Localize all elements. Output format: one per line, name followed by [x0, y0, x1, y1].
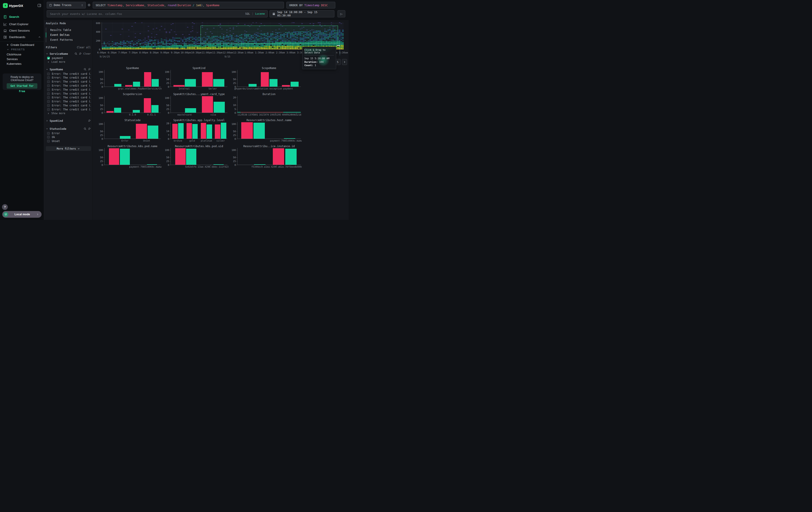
search-input[interactable]	[47, 12, 245, 16]
chart-scopename: ScopeName02550100@hyperdx/instrumentatio…	[228, 66, 302, 92]
sidebar-preset-kubernetes[interactable]: Kubernetes	[0, 62, 44, 65]
pin-icon[interactable]	[88, 127, 91, 130]
checkbox[interactable]	[47, 140, 50, 142]
local-mode-button[interactable]: U Local mode	[2, 211, 41, 218]
checkbox[interactable]	[47, 108, 50, 111]
sql-toggle[interactable]: SQL	[245, 12, 250, 16]
chart-plot-area	[171, 148, 228, 165]
filter-option-row[interactable]: Ok	[46, 135, 91, 139]
source-select[interactable]: Demo Traces	[47, 2, 86, 8]
pin-icon[interactable]	[79, 52, 82, 55]
filter-option-row[interactable]: Error: The credit card (…	[46, 88, 91, 92]
chart-ytick-label: 100	[162, 149, 169, 152]
query-token: /	[193, 4, 195, 7]
gear-icon[interactable]: ⚙	[88, 3, 90, 7]
checkbox[interactable]	[47, 84, 50, 87]
checkbox[interactable]	[47, 88, 50, 91]
chart-xtick-label: 9983218	[291, 113, 301, 116]
filter-option-row[interactable]: Unset	[46, 139, 91, 143]
search-icon[interactable]	[75, 52, 77, 55]
filter-option-label: Ok	[52, 136, 55, 139]
filter-option-row[interactable]: Error: The credit card (…	[46, 100, 91, 104]
query-token: )	[201, 4, 203, 7]
chart-plot-area	[171, 122, 228, 139]
help-button[interactable]: ?	[2, 204, 8, 210]
filter-option-row[interactable]: Error: The credit card (…	[46, 76, 91, 80]
filter-option-label: Error: The credit card (…	[52, 80, 91, 83]
filter-option-row[interactable]: Error: The credit card (…	[46, 108, 91, 111]
get-started-button[interactable]: Get Started for Free	[7, 83, 37, 89]
language-toggle[interactable]: SQL | Lucene	[245, 12, 267, 16]
sidebar-item-chart-explorer[interactable]: Chart Explorer	[0, 21, 44, 27]
checkbox[interactable]	[47, 100, 50, 103]
chart-scopeversion: ScopeVersion025501000.1.00.51.1	[95, 92, 162, 118]
checkbox[interactable]	[47, 104, 50, 107]
checkbox[interactable]	[47, 96, 50, 99]
checkbox[interactable]	[47, 73, 50, 75]
query-token: Duration	[178, 4, 191, 7]
heatmap-threshold-line	[102, 44, 344, 44]
filter-option-row[interactable]: Error: The credit card (…	[46, 84, 91, 88]
filter-group-header-spanname[interactable]: SpanName	[46, 67, 91, 72]
sidebar-preset-clickhouse[interactable]: ClickHouse	[0, 53, 44, 56]
hyperdx-logo-icon[interactable]	[3, 3, 8, 8]
clear-all-button[interactable]: Clear all	[77, 46, 91, 49]
presets-toggle[interactable]: PRESETS	[0, 48, 44, 51]
filter-group-header-statuscode[interactable]: StatusCode	[46, 127, 91, 131]
checkbox[interactable]	[47, 76, 50, 79]
orderby-editor[interactable]: ORDER BY Timestamp DESC	[286, 2, 335, 8]
search-bar: SQL | Lucene	[47, 10, 268, 17]
bar-pink	[186, 123, 192, 139]
sidebar-item-label: Search	[9, 15, 19, 19]
sidebar-item-client-sessions[interactable]: Client Sessions	[0, 28, 44, 34]
filter-option-row[interactable]: Error	[46, 131, 91, 135]
heatmap-xtick: 2:30am	[276, 51, 285, 54]
analysis-mode-results-table[interactable]: Results Table	[46, 28, 91, 32]
search-icon[interactable]	[84, 68, 86, 71]
filter-clear-button[interactable]: Clear	[83, 52, 91, 55]
bar-pink	[202, 96, 213, 113]
filter-show-more[interactable]: Show more	[46, 111, 91, 115]
filter-option-row[interactable]: payment	[46, 56, 91, 60]
sidebar-item-dashboards[interactable]: Dashboards	[0, 34, 44, 40]
select-query-editor[interactable]: SELECT Timestamp, ServiceName, StatusCod…	[93, 2, 284, 8]
filter-option-row[interactable]: Error: The credit card (…	[46, 104, 91, 108]
checkbox[interactable]	[47, 132, 50, 135]
chart-title: StatusCode	[104, 119, 161, 122]
filter-option-row[interactable]: Error: The credit card (…	[46, 92, 91, 96]
heatmap-xtick: 12:30am	[233, 51, 243, 54]
analysis-mode-event-deltas[interactable]: Event Deltas	[46, 32, 91, 37]
chart-plot-area	[171, 96, 228, 113]
sidebar-preset-services[interactable]: Services	[0, 57, 44, 61]
more-filters-button[interactable]: More filters	[46, 146, 91, 151]
run-query-button[interactable]: ▷	[338, 10, 345, 17]
checkbox[interactable]	[47, 80, 50, 83]
chart-xtick-label: 1124538	[237, 113, 247, 116]
chart-xtick-label: 0.51.1	[147, 113, 156, 116]
filter-option-row[interactable]: Error: The credit card (…	[46, 96, 91, 100]
pin-icon[interactable]	[88, 68, 91, 71]
sidebar-item-search[interactable]: Search	[0, 14, 44, 20]
checkbox[interactable]	[47, 92, 50, 95]
pin-icon[interactable]	[88, 119, 91, 122]
filter-group-header-servicename[interactable]: ServiceNameClear	[46, 51, 91, 56]
chart-ytick-label: 100	[228, 71, 236, 74]
search-icon[interactable]	[84, 127, 86, 130]
filter-load-more[interactable]: Load more	[46, 60, 91, 64]
chart-ytick-label: 0	[228, 164, 236, 166]
filter-group-header-spankind[interactable]: SpanKind	[46, 118, 91, 123]
checkbox[interactable]	[47, 57, 50, 59]
date-range-picker[interactable]: Sep 14 18:00:00 - Sep 15 05:30:00	[269, 10, 335, 17]
create-dashboard-button[interactable]: + Create Dashboard	[0, 43, 44, 47]
collapse-sidebar-icon[interactable]	[37, 4, 41, 7]
pagination-next-button[interactable]	[342, 59, 347, 65]
filter-option-row[interactable]: Error: The credit card (…	[46, 72, 91, 76]
heatmap-xtick: 7:30pm	[129, 51, 138, 54]
chart-plot-area	[104, 148, 161, 165]
filter-option-row[interactable]: Error: The credit card (…	[46, 80, 91, 84]
analysis-mode-event-patterns[interactable]: Event Patterns	[46, 37, 91, 42]
checkbox[interactable]	[47, 136, 50, 138]
chart-ytick-label: 50	[162, 104, 169, 107]
lucene-toggle[interactable]: Lucene	[255, 12, 265, 16]
chart-ytick-label: 100	[95, 149, 103, 152]
